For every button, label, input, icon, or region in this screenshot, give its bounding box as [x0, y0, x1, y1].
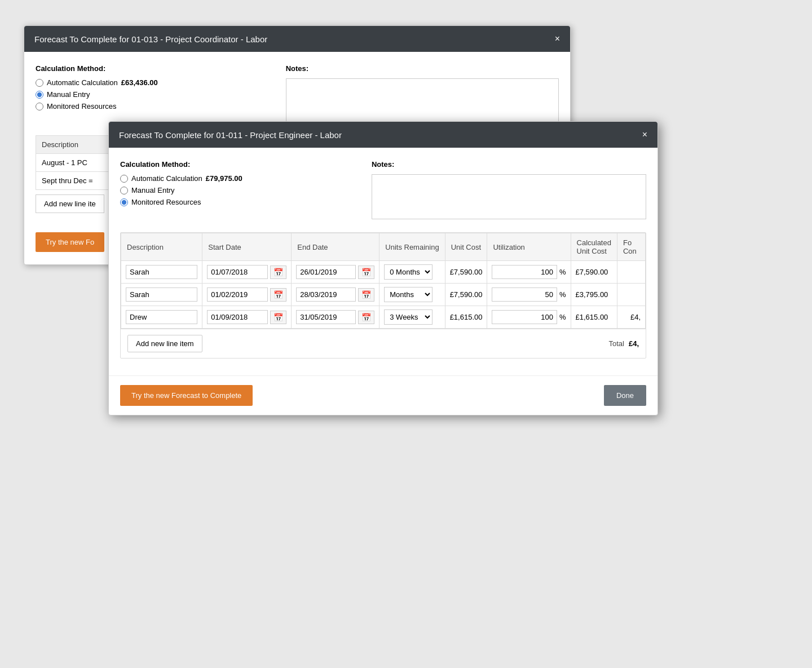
bg-auto-calc-value: £63,436.00	[121, 78, 158, 87]
fg-manual-entry-row[interactable]: Manual Entry	[120, 186, 349, 194]
fg-row3-description	[121, 306, 202, 329]
fg-table-wrap: Description Start Date End Date Units Re…	[120, 232, 646, 359]
fg-notes-section: Notes:	[372, 160, 646, 221]
bg-close-button[interactable]: ×	[555, 34, 560, 44]
fg-auto-calc-value: £79,975.00	[206, 174, 242, 183]
table-row: 📅 📅 3 Weeks	[121, 306, 646, 329]
fg-dialog-body: Calculation Method: Automatic Calculatio…	[109, 148, 657, 371]
fg-row3-start-date-input[interactable]	[207, 310, 268, 324]
fg-row3-end-cal-icon[interactable]: 📅	[358, 311, 374, 324]
fg-row2-end-date-input[interactable]	[296, 287, 356, 302]
fg-col-end-date: End Date	[292, 233, 379, 261]
fg-row1-util-input[interactable]	[492, 265, 557, 279]
fg-row1-utilization: %	[487, 261, 571, 284]
fg-row2-units-remaining: Months 0 Months 1 Month 2 Months 3 Month…	[379, 284, 445, 306]
fg-total-value: £4,	[629, 339, 639, 348]
fg-row1-util-pct: %	[559, 268, 566, 276]
fg-row3-description-input[interactable]	[126, 310, 197, 324]
fg-row1-description	[121, 261, 202, 284]
fg-row2-start-date-input[interactable]	[207, 287, 268, 302]
fg-row3-calc-unit-cost: £1,615.00	[571, 306, 617, 329]
fg-manual-entry-label: Manual Entry	[131, 186, 175, 194]
fg-row2-description-input[interactable]	[126, 287, 197, 302]
bg-calc-method-section: Calculation Method: Automatic Calculatio…	[36, 64, 263, 125]
fg-col-unit-cost: Unit Cost	[445, 233, 487, 261]
fg-close-button[interactable]: ×	[642, 130, 647, 140]
fg-row2-end-cal-icon[interactable]: 📅	[358, 288, 374, 302]
fg-col-calc-unit-cost: CalculatedUnit Cost	[571, 233, 617, 261]
fg-data-table: Description Start Date End Date Units Re…	[121, 233, 646, 329]
fg-calc-method-label: Calculation Method:	[120, 160, 349, 169]
fg-row2-units-select[interactable]: Months 0 Months 1 Month 2 Months 3 Month…	[384, 287, 433, 302]
bg-calc-method-label: Calculation Method:	[36, 64, 263, 73]
fg-row1-start-date: 📅	[202, 261, 292, 284]
fg-row2-unit-cost: £7,590.00	[445, 284, 487, 306]
bg-notes-section: Notes:	[286, 64, 559, 125]
fg-auto-calc-row[interactable]: Automatic Calculation £79,975.00	[120, 174, 349, 183]
fg-table-footer: Add new line item Total £4,	[121, 329, 646, 358]
fg-manual-entry-radio[interactable]	[120, 187, 128, 194]
fg-col-description: Description	[121, 233, 202, 261]
fg-monitored-resources-radio[interactable]	[120, 198, 128, 206]
fg-row3-unit-cost: £1,615.00	[445, 306, 487, 329]
fg-row3-start-cal-icon[interactable]: 📅	[270, 311, 286, 324]
fg-row1-calc-unit-cost: £7,590.00	[571, 261, 617, 284]
fg-done-button[interactable]: Done	[604, 385, 646, 406]
bg-auto-calc-label: Automatic Calculation	[47, 78, 118, 87]
fg-auto-calc-radio[interactable]	[120, 175, 128, 183]
fg-row1-units-select[interactable]: 0 Months 1 Month 2 Months 3 Months 1 Wee…	[384, 264, 433, 280]
fg-row1-start-date-input[interactable]	[207, 265, 268, 279]
fg-dialog-header: Forecast To Complete for 01-011 - Projec…	[109, 122, 657, 148]
fg-row2-util-pct: %	[559, 290, 566, 299]
fg-row3-end-date-input[interactable]	[296, 310, 356, 324]
fg-row1-units-remaining: 0 Months 1 Month 2 Months 3 Months 1 Wee…	[379, 261, 445, 284]
fg-total-label: Total	[608, 339, 624, 348]
bg-add-line-button[interactable]: Add new line ite	[36, 194, 104, 213]
fg-row2-description	[121, 284, 202, 306]
fg-row2-fo-con	[617, 284, 645, 306]
fg-row3-start-date: 📅	[202, 306, 292, 329]
fg-total-row: Total £4,	[608, 339, 639, 348]
bg-dialog-header: Forecast To Complete for 01-013 - Projec…	[24, 26, 570, 52]
fg-row3-fo-con: £4,	[617, 306, 645, 329]
fg-row1-fo-con	[617, 261, 645, 284]
fg-row1-description-input[interactable]	[126, 265, 197, 279]
bg-manual-entry-row[interactable]: Manual Entry	[36, 90, 263, 99]
fg-row3-units-select[interactable]: 3 Weeks 0 Months 1 Month 2 Months 3 Mont…	[384, 309, 433, 325]
bg-manual-entry-radio[interactable]	[36, 91, 43, 99]
table-row: 📅 📅 Months	[121, 284, 646, 306]
bg-auto-calc-row[interactable]: Automatic Calculation £63,436.00	[36, 78, 263, 87]
fg-monitored-resources-row[interactable]: Monitored Resources	[120, 198, 349, 206]
fg-auto-calc-label: Automatic Calculation	[131, 174, 202, 183]
fg-notes-textarea[interactable]	[372, 174, 646, 219]
fg-col-units-remaining: Units Remaining	[379, 233, 445, 261]
bg-auto-calc-radio[interactable]	[36, 79, 43, 87]
fg-notes-label: Notes:	[372, 160, 646, 169]
bg-manual-entry-label: Manual Entry	[47, 90, 90, 99]
fg-row3-util-input[interactable]	[492, 310, 557, 324]
bg-notes-textarea[interactable]	[286, 78, 559, 123]
fg-row1-end-date-input[interactable]	[296, 265, 356, 279]
fg-row1-unit-cost: £7,590.00	[445, 261, 487, 284]
bg-monitored-resources-row[interactable]: Monitored Resources	[36, 102, 263, 110]
fg-monitored-resources-label: Monitored Resources	[131, 198, 201, 206]
table-row: 📅 📅 0 Months	[121, 261, 646, 284]
fg-dialog: Forecast To Complete for 01-011 - Projec…	[108, 121, 658, 415]
fg-row1-end-cal-icon[interactable]: 📅	[358, 266, 374, 279]
fg-try-new-button[interactable]: Try the new Forecast to Complete	[120, 385, 253, 406]
fg-calc-method-section: Calculation Method: Automatic Calculatio…	[120, 160, 349, 221]
bg-monitored-resources-label: Monitored Resources	[47, 102, 117, 110]
fg-dialog-title: Forecast To Complete for 01-011 - Projec…	[119, 130, 342, 140]
fg-dialog-footer: Try the new Forecast to Complete Done	[109, 375, 657, 415]
fg-row2-utilization: %	[487, 284, 571, 306]
fg-row2-util-input[interactable]	[492, 287, 557, 302]
fg-row1-start-cal-icon[interactable]: 📅	[270, 266, 286, 279]
fg-add-line-button[interactable]: Add new line item	[127, 335, 202, 352]
fg-col-start-date: Start Date	[202, 233, 292, 261]
fg-row2-calc-unit-cost: £3,795.00	[571, 284, 617, 306]
bg-try-new-button[interactable]: Try the new Fo	[36, 232, 104, 252]
fg-row1-end-date: 📅	[292, 261, 379, 284]
fg-row2-start-cal-icon[interactable]: 📅	[270, 288, 286, 302]
bg-monitored-resources-radio[interactable]	[36, 103, 43, 110]
bg-notes-label: Notes:	[286, 64, 559, 73]
